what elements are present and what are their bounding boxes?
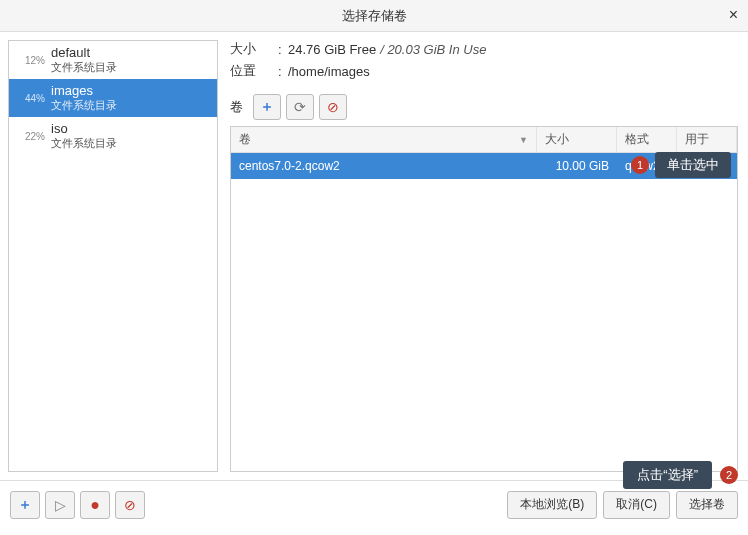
pool-info: 大小 : 24.76 GiB Free / 20.03 GiB In Use 位… [230, 40, 738, 84]
titlebar: 选择存储卷 × [0, 0, 748, 32]
delete-volume-button[interactable]: ⊘ [319, 94, 347, 120]
refresh-button[interactable]: ⟳ [286, 94, 314, 120]
volume-label: 卷 [230, 98, 243, 116]
choose-volume-button[interactable]: 选择卷 [676, 491, 738, 519]
volume-toolbar-row: 卷 ＋ ⟳ ⊘ [230, 94, 738, 120]
location-value: /home/images [288, 64, 370, 79]
col-used[interactable]: 用于 [677, 127, 737, 152]
size-label: 大小 [230, 40, 278, 58]
pool-name: iso [51, 121, 117, 137]
pool-type: 文件系统目录 [51, 137, 117, 151]
add-pool-button[interactable]: ＋ [10, 491, 40, 519]
right-panel: 大小 : 24.76 GiB Free / 20.03 GiB In Use 位… [218, 32, 748, 480]
size-free: 24.76 GiB Free [288, 42, 376, 57]
footer: ＋ ▷ ● ⊘ 本地浏览(B) 取消(C) 选择卷 点击“选择” 2 [0, 480, 748, 528]
col-volume[interactable]: 卷 ▼ [231, 127, 537, 152]
location-label: 位置 [230, 62, 278, 80]
window-title: 选择存储卷 [342, 7, 407, 25]
pool-pct: 44% [15, 93, 45, 104]
cell-name: centos7.0-2.qcow2 [231, 159, 537, 173]
close-icon[interactable]: × [729, 6, 738, 24]
table-header: 卷 ▼ 大小 格式 用于 [231, 127, 737, 153]
col-size[interactable]: 大小 [537, 127, 617, 152]
annotation-2: 点击“选择” 2 [623, 461, 738, 489]
cancel-button[interactable]: 取消(C) [603, 491, 670, 519]
stop-pool-button[interactable]: ● [80, 491, 110, 519]
cell-size: 10.00 GiB [537, 159, 617, 173]
col-format[interactable]: 格式 [617, 127, 677, 152]
main-area: 12% default 文件系统目录 44% images 文件系统目录 22%… [0, 32, 748, 480]
pool-type: 文件系统目录 [51, 99, 117, 113]
sort-desc-icon: ▼ [519, 135, 528, 145]
size-inuse: / 20.03 GiB In Use [380, 42, 486, 57]
volume-table: 卷 ▼ 大小 格式 用于 centos7.0-2.qcow2 10.00 GiB… [230, 126, 738, 472]
add-volume-button[interactable]: ＋ [253, 94, 281, 120]
pool-pct: 12% [15, 55, 45, 66]
pool-item-iso[interactable]: 22% iso 文件系统目录 [9, 117, 217, 155]
pool-toolbar: ＋ ▷ ● ⊘ [10, 491, 150, 519]
pool-item-default[interactable]: 12% default 文件系统目录 [9, 41, 217, 79]
pool-item-images[interactable]: 44% images 文件系统目录 [9, 79, 217, 117]
pool-pct: 22% [15, 131, 45, 142]
cell-fmt: qcow2 [617, 159, 677, 173]
pool-type: 文件系统目录 [51, 61, 117, 75]
annot-badge: 2 [720, 466, 738, 484]
table-row[interactable]: centos7.0-2.qcow2 10.00 GiB qcow2 [231, 153, 737, 179]
browse-local-button[interactable]: 本地浏览(B) [507, 491, 597, 519]
start-pool-button[interactable]: ▷ [45, 491, 75, 519]
dialog-buttons: 本地浏览(B) 取消(C) 选择卷 [501, 491, 738, 519]
pool-sidebar: 12% default 文件系统目录 44% images 文件系统目录 22%… [8, 40, 218, 472]
delete-pool-button[interactable]: ⊘ [115, 491, 145, 519]
pool-name: images [51, 83, 117, 99]
annot-text: 点击“选择” [623, 461, 712, 489]
pool-name: default [51, 45, 117, 61]
